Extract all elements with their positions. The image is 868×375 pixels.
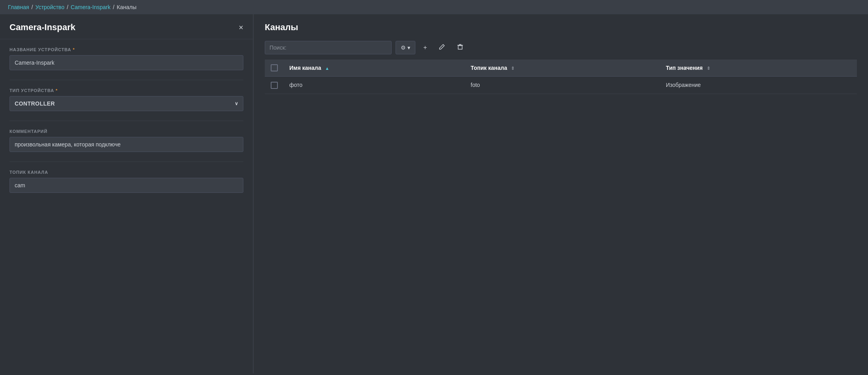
device-type-section: ТИП УСТРОЙСТВА * CONTROLLER ∨ xyxy=(10,88,243,111)
device-type-label: ТИП УСТРОЙСТВА * xyxy=(10,88,243,93)
breadcrumb: Главная / Устройство / Camera-Inspark / … xyxy=(0,0,868,14)
right-panel-title: Каналы xyxy=(265,22,857,33)
breadcrumb-camera-inspark[interactable]: Camera-Inspark xyxy=(71,4,110,10)
channels-table: Имя канала ▲ Топик канала ⇕ Тип значения… xyxy=(265,60,857,94)
row-checkbox-cell[interactable] xyxy=(265,77,284,94)
divider-2 xyxy=(10,121,243,121)
col-header-topic[interactable]: Топик канала ⇕ xyxy=(465,60,660,77)
table-row[interactable]: фото foto Изображение xyxy=(265,77,857,94)
breadcrumb-device[interactable]: Устройство xyxy=(35,4,64,10)
device-name-label: НАЗВАНИЕ УСТРОЙСТВА * xyxy=(10,47,243,52)
breadcrumb-sep-3: / xyxy=(113,4,115,10)
row-name-cell: фото xyxy=(284,77,465,94)
divider-3 xyxy=(10,162,243,162)
breadcrumb-channels: Каналы xyxy=(117,4,137,10)
comment-input[interactable] xyxy=(10,137,243,152)
search-wrapper: Поиск: xyxy=(265,41,392,54)
topic-input[interactable] xyxy=(10,178,243,193)
topic-label: ТОПИК КАНАЛА xyxy=(10,170,243,175)
col-header-name[interactable]: Имя канала ▲ xyxy=(284,60,465,77)
panel-title: Camera-Inspark xyxy=(10,22,75,33)
svg-rect-0 xyxy=(458,46,462,49)
breadcrumb-home[interactable]: Главная xyxy=(8,4,29,10)
col-type-label: Тип значения xyxy=(666,65,703,71)
main-content: Camera-Inspark × НАЗВАНИЕ УСТРОЙСТВА * Т… xyxy=(0,14,868,373)
sort-asc-icon: ▲ xyxy=(325,66,329,71)
toolbar: Поиск: ⚙ ▾ + xyxy=(265,40,857,55)
col-topic-label: Топик канала xyxy=(471,65,507,71)
row-checkbox[interactable] xyxy=(271,82,278,89)
col-name-label: Имя канала xyxy=(289,65,321,71)
device-name-section: НАЗВАНИЕ УСТРОЙСТВА * xyxy=(10,47,243,70)
col-header-type[interactable]: Тип значения ⇕ xyxy=(660,60,857,77)
trash-icon xyxy=(457,44,463,50)
gear-icon: ⚙ xyxy=(401,44,406,51)
device-type-select-wrapper: CONTROLLER ∨ xyxy=(10,96,243,111)
device-type-value: CONTROLLER xyxy=(15,100,55,107)
header-checkbox[interactable] xyxy=(271,64,278,71)
table-header-row: Имя канала ▲ Топик канала ⇕ Тип значения… xyxy=(265,60,857,77)
col-header-checkbox[interactable] xyxy=(265,60,284,77)
divider-1 xyxy=(10,80,243,80)
required-star-name: * xyxy=(73,47,75,52)
settings-button[interactable]: ⚙ ▾ xyxy=(396,41,415,54)
row-type-cell: Изображение xyxy=(660,77,857,94)
device-name-input[interactable] xyxy=(10,55,243,70)
add-button[interactable]: + xyxy=(419,41,431,54)
topic-section: ТОПИК КАНАЛА xyxy=(10,170,243,193)
breadcrumb-sep-2: / xyxy=(67,4,68,10)
edit-icon xyxy=(439,44,445,50)
close-button[interactable]: × xyxy=(239,23,243,31)
settings-arrow-icon: ▾ xyxy=(407,44,410,51)
comment-section: КОММЕНТАРИЙ xyxy=(10,129,243,152)
comment-label: КОММЕНТАРИЙ xyxy=(10,129,243,134)
search-label: Поиск: xyxy=(270,44,287,51)
sort-both-icon-type: ⇕ xyxy=(707,66,710,71)
right-panel: Каналы Поиск: ⚙ ▾ + xyxy=(254,14,868,373)
row-topic-cell: foto xyxy=(465,77,660,94)
channels-table-container: Имя канала ▲ Топик канала ⇕ Тип значения… xyxy=(265,60,857,365)
breadcrumb-sep-1: / xyxy=(31,4,33,10)
chevron-down-icon: ∨ xyxy=(235,101,238,106)
required-star-type: * xyxy=(56,88,58,93)
left-panel-header: Camera-Inspark × xyxy=(0,14,253,39)
device-type-select[interactable]: CONTROLLER ∨ xyxy=(10,96,243,111)
sort-both-icon-topic: ⇕ xyxy=(511,66,514,71)
delete-button[interactable] xyxy=(453,40,467,55)
left-panel: Camera-Inspark × НАЗВАНИЕ УСТРОЙСТВА * Т… xyxy=(0,14,254,373)
edit-button[interactable] xyxy=(435,40,449,55)
left-panel-body: НАЗВАНИЕ УСТРОЙСТВА * ТИП УСТРОЙСТВА * C… xyxy=(0,39,253,373)
